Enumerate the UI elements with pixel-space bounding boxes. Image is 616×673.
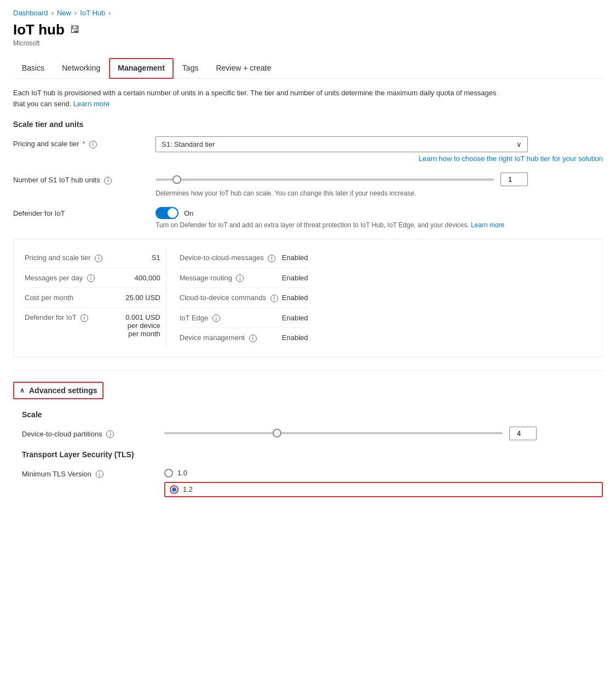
info-row-device-management: Device management i Enabled [180, 328, 308, 348]
units-slider-wrapper [156, 175, 494, 184]
defender-description: Turn on Defender for IoT and add an extr… [156, 221, 504, 229]
required-indicator: * [82, 140, 85, 148]
page-title-row: IoT hub 🖫 [13, 21, 603, 38]
units-hint: Determines how your IoT hub can scale. Y… [156, 189, 603, 197]
info-row-message-routing: Message routing i Enabled [180, 268, 308, 289]
info-col-right: Device-to-cloud-messages i Enabled Messa… [166, 248, 308, 348]
pricing-tier-table-info-icon[interactable]: i [95, 255, 102, 262]
publisher: Microsoft [13, 39, 603, 47]
device-cloud-info-icon[interactable]: i [268, 255, 275, 262]
info-col-left: Pricing and scale tier i S1 Messages per… [25, 248, 166, 348]
info-value-iot-edge: Enabled [282, 314, 308, 322]
tab-basics[interactable]: Basics [13, 58, 53, 79]
breadcrumb-new[interactable]: New [57, 9, 71, 17]
defender-toggle[interactable] [156, 207, 179, 219]
partitions-slider-container [164, 427, 537, 440]
tls-info-icon[interactable]: i [96, 470, 103, 478]
partitions-info-icon[interactable]: i [106, 430, 114, 438]
radio-1-2-circle [170, 485, 179, 494]
tab-tags[interactable]: Tags [174, 58, 208, 79]
units-info-icon[interactable]: i [104, 177, 112, 185]
defender-toggle-control: On [156, 207, 504, 219]
info-value-device-to-cloud: Enabled [282, 254, 308, 262]
tab-networking[interactable]: Networking [53, 58, 109, 79]
info-row-pricing-tier: Pricing and scale tier i S1 [25, 248, 160, 268]
defender-status: On [184, 209, 193, 217]
info-value-cost-per-month: 25.00 USD [125, 294, 160, 302]
iot-edge-info-icon[interactable]: i [212, 314, 220, 322]
breadcrumb-dashboard[interactable]: Dashboard [13, 9, 48, 17]
defender-label: Defender for IoT [13, 207, 145, 217]
tls-radio-group: 1.0 1.2 [164, 469, 603, 497]
partitions-row: Device-to-cloud partitions i [22, 427, 603, 440]
partitions-slider-track[interactable] [164, 432, 503, 434]
info-label-device-management: Device management i [180, 333, 257, 342]
tls-version-control: 1.0 1.2 [164, 467, 603, 497]
info-table-grid: Pricing and scale tier i S1 Messages per… [25, 248, 308, 348]
advanced-settings-toggle[interactable]: ∧ Advanced settings [13, 382, 103, 399]
partitions-slider-thumb[interactable] [273, 429, 281, 438]
info-value-message-routing: Enabled [282, 274, 308, 282]
defender-control: On Turn on Defender for IoT and add an e… [156, 207, 504, 229]
tls-version-row: Minimum TLS Version i 1.0 1.2 [22, 467, 603, 497]
info-row-cloud-to-device: Cloud-to-device commands i Enabled [180, 288, 308, 308]
management-description: Each IoT hub is provisioned with a certa… [13, 88, 506, 109]
units-label: Number of S1 IoT hub units i [13, 172, 145, 185]
chevron-up-icon: ∧ [20, 387, 25, 394]
units-input[interactable]: 1 [500, 172, 528, 186]
radio-1-0-circle [164, 469, 173, 478]
info-value-messages-per-day: 400,000 [135, 274, 160, 282]
pricing-info-icon[interactable]: i [89, 141, 97, 148]
tls-option-1-0[interactable]: 1.0 [164, 469, 603, 478]
tab-bar: Basics Networking Management Tags Review… [13, 58, 603, 79]
partitions-slider-wrapper [164, 429, 503, 438]
breadcrumb-iothub[interactable]: IoT Hub [80, 9, 105, 17]
device-mgmt-info-icon[interactable]: i [249, 335, 257, 342]
info-label-messages-per-day: Messages per day i [25, 274, 95, 283]
info-row-defender-for-iot: Defender for IoT i 0.001 USD per device … [25, 308, 160, 343]
defender-table-info-icon[interactable]: i [80, 314, 88, 322]
advanced-settings-label: Advanced settings [29, 386, 97, 395]
info-label-device-to-cloud: Device-to-cloud-messages i [180, 254, 276, 262]
defender-learn-more-link[interactable]: Learn more [471, 221, 504, 229]
info-value-cloud-to-device: Enabled [282, 294, 308, 302]
partitions-input[interactable] [509, 427, 537, 440]
info-value-device-management: Enabled [282, 333, 308, 342]
info-value-pricing-tier: S1 [152, 254, 160, 262]
message-routing-info-icon[interactable]: i [236, 274, 244, 282]
units-row: Number of S1 IoT hub units i 1 Determine… [13, 172, 603, 197]
info-row-iot-edge: IoT Edge i Enabled [180, 308, 308, 329]
units-slider-track[interactable] [156, 179, 494, 181]
messages-info-icon[interactable]: i [87, 274, 95, 282]
defender-row: Defender for IoT On Turn on Defender for… [13, 207, 603, 229]
pricing-tier-control: S1: Standard tier ∨ Learn how to choose … [156, 136, 603, 163]
info-table: Pricing and scale tier i S1 Messages per… [13, 239, 603, 357]
page-title: IoT hub [13, 21, 65, 38]
section-divider [13, 370, 603, 371]
toggle-knob [168, 208, 177, 218]
radio-1-0-label: 1.0 [177, 469, 187, 477]
description-learn-more-link[interactable]: Learn more [73, 100, 110, 108]
pricing-tier-select[interactable]: S1: Standard tier ∨ [156, 136, 528, 152]
tls-option-1-2[interactable]: 1.2 [170, 485, 193, 494]
info-label-pricing-tier: Pricing and scale tier i [25, 254, 102, 262]
units-slider-thumb[interactable] [172, 175, 181, 184]
chevron-down-icon: ∨ [516, 140, 522, 148]
scale-section-heading: Scale tier and units [13, 120, 603, 129]
tls-option-1-2-box: 1.2 [164, 482, 603, 497]
info-row-cost-per-month: Cost per month 25.00 USD [25, 288, 160, 308]
pricing-tier-row: Pricing and scale tier * i S1: Standard … [13, 136, 603, 163]
tab-review-create[interactable]: Review + create [207, 58, 280, 79]
radio-1-2-label: 1.2 [183, 485, 193, 493]
save-icon[interactable]: 🖫 [70, 24, 80, 36]
info-label-message-routing: Message routing i [180, 274, 244, 283]
scale-sub-heading: Scale [22, 410, 603, 419]
info-label-cost-per-month: Cost per month [25, 294, 73, 302]
units-slider-container: 1 [156, 172, 528, 186]
learn-tier-link[interactable]: Learn how to choose the right IoT hub ti… [418, 154, 603, 163]
info-row-messages-per-day: Messages per day i 400,000 [25, 268, 160, 289]
tab-management[interactable]: Management [109, 58, 174, 79]
partitions-control [164, 427, 603, 440]
info-label-defender-for-iot: Defender for IoT i [25, 313, 88, 322]
cloud-device-info-icon[interactable]: i [270, 295, 278, 302]
